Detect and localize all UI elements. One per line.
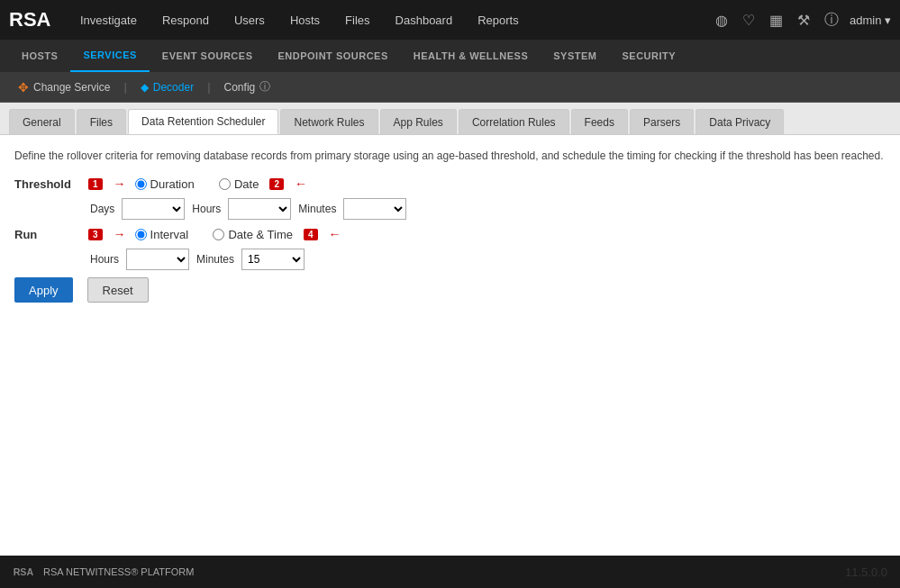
hours-select[interactable]: [228, 198, 291, 220]
tab-app-rules[interactable]: App Rules: [380, 109, 457, 134]
content-area: Define the rollover criteria for removin…: [0, 135, 900, 588]
date-radio[interactable]: [219, 178, 231, 190]
date-badge: 2: [269, 178, 284, 190]
reset-button[interactable]: Reset: [87, 277, 149, 303]
secondary-nav-security[interactable]: SECURITY: [609, 40, 688, 72]
date-arrow: ←: [295, 176, 307, 191]
tab-general[interactable]: General: [9, 109, 75, 134]
run-arrow: →: [114, 227, 126, 241]
nav-files[interactable]: Files: [332, 0, 382, 40]
days-spinner: [122, 198, 185, 220]
secondary-nav-endpoint-sources[interactable]: ENDPOINT SOURCES: [265, 40, 400, 72]
footer-version: 11.5.0.0: [845, 565, 887, 579]
datetime-label: Date & Time: [228, 228, 293, 241]
duration-radio[interactable]: [135, 178, 147, 190]
top-nav-links: Investigate Respond Users Hosts Files Da…: [68, 0, 712, 40]
decoder-link[interactable]: ◆ Decoder: [132, 81, 203, 94]
tab-data-retention-scheduler[interactable]: Data Retention Scheduler: [128, 109, 278, 134]
top-nav: RSA Investigate Respond Users Hosts File…: [0, 0, 900, 40]
days-label: Days: [90, 203, 114, 215]
footer-brand: RSA RSA NETWITNESS® PLATFORM: [13, 565, 194, 579]
interval-label: Interval: [150, 228, 189, 241]
days-select[interactable]: [122, 198, 185, 220]
tab-feeds[interactable]: Feeds: [571, 109, 628, 134]
hours-run-select[interactable]: [126, 249, 189, 270]
service-bar: ✥ Change Service | ◆ Decoder | Config ⓘ: [0, 72, 900, 103]
threshold-badge: 1: [88, 178, 103, 190]
tab-parsers[interactable]: Parsers: [630, 109, 694, 134]
buttons-row: Apply Reset: [14, 277, 886, 303]
admin-menu[interactable]: admin ▾: [850, 14, 891, 27]
run-row: Run 3 → Interval Date & Time 4 ←: [14, 227, 886, 241]
duration-label: Duration: [150, 177, 195, 191]
change-service-label: Change Service: [33, 81, 110, 94]
tab-network-rules[interactable]: Network Rules: [280, 109, 377, 134]
rsa-logo: RSA: [9, 6, 54, 33]
nav-respond[interactable]: Respond: [150, 0, 222, 40]
footer-rsa-logo: RSA: [13, 565, 38, 579]
secondary-nav: HOSTS SERVICES EVENT SOURCES ENDPOINT SO…: [0, 40, 900, 72]
duration-fields-row: Days Hours Minutes: [90, 198, 886, 220]
change-service-button[interactable]: ✥ Change Service: [9, 80, 119, 95]
secondary-nav-hosts[interactable]: HOSTS: [9, 40, 70, 72]
decoder-label: Decoder: [153, 81, 194, 94]
tab-bar: General Files Data Retention Scheduler N…: [0, 103, 900, 135]
service-bar-divider-2: |: [203, 80, 214, 94]
config-info-icon: ⓘ: [259, 79, 270, 95]
minutes-run-label: Minutes: [196, 253, 234, 266]
hours-run-label: Hours: [90, 253, 119, 266]
secondary-nav-health-wellness[interactable]: HEALTH & WELLNESS: [401, 40, 541, 72]
datetime-radio[interactable]: [213, 229, 224, 240]
decoder-icon: ◆: [141, 81, 149, 94]
minutes-spinner: [343, 198, 406, 220]
run-fields-row: Hours Minutes 15 30 45 60: [90, 249, 886, 270]
service-bar-divider-1: |: [119, 80, 131, 94]
run-badge: 3: [88, 229, 103, 240]
page-wrapper: RSA Investigate Respond Users Hosts File…: [0, 0, 900, 588]
threshold-arrow: →: [114, 176, 126, 191]
interval-radio-option[interactable]: Interval: [135, 228, 189, 241]
minutes-run-select[interactable]: 15 30 45 60: [241, 249, 305, 270]
nav-hosts[interactable]: Hosts: [277, 0, 332, 40]
duration-radio-option[interactable]: Duration: [135, 177, 195, 191]
threshold-label: Threshold: [14, 177, 77, 191]
svg-text:RSA: RSA: [9, 8, 51, 31]
secondary-nav-event-sources[interactable]: EVENT SOURCES: [150, 40, 266, 72]
top-nav-right: ◍ ♡ ▦ ⚒ ⓘ admin ▾: [712, 7, 891, 33]
minutes-label: Minutes: [298, 203, 336, 215]
minutes-select[interactable]: [343, 198, 406, 220]
threshold-row: Threshold 1 → Duration Date 2 ←: [14, 176, 886, 191]
nav-reports[interactable]: Reports: [465, 0, 532, 40]
change-service-icon: ✥: [18, 80, 29, 95]
config-link[interactable]: Config ⓘ: [215, 79, 280, 95]
secondary-nav-system[interactable]: SYSTEM: [541, 40, 609, 72]
tab-correlation-rules[interactable]: Correlation Rules: [459, 109, 569, 134]
svg-text:RSA: RSA: [14, 566, 34, 577]
help-icon[interactable]: ⓘ: [821, 7, 842, 33]
datetime-badge: 4: [304, 229, 318, 240]
datetime-radio-option[interactable]: Date & Time: [213, 228, 293, 241]
nav-investigate[interactable]: Investigate: [68, 0, 150, 40]
date-radio-option[interactable]: Date: [219, 177, 259, 191]
nav-dashboard[interactable]: Dashboard: [383, 0, 466, 40]
datetime-arrow: ←: [329, 227, 341, 241]
bottom-bar: RSA RSA NETWITNESS® PLATFORM 11.5.0.0: [0, 556, 900, 588]
bell-icon[interactable]: ♡: [739, 8, 759, 32]
minutes-run-spinner: 15 30 45 60: [241, 249, 305, 270]
secondary-nav-services[interactable]: SERVICES: [70, 40, 149, 72]
hours-spinner: [228, 198, 291, 220]
grid-icon[interactable]: ▦: [766, 8, 786, 32]
nav-users[interactable]: Users: [222, 0, 277, 40]
tools-icon[interactable]: ⚒: [794, 8, 814, 32]
run-label: Run: [14, 228, 77, 241]
hours-run-spinner: [126, 249, 189, 270]
footer-brand-text: RSA NETWITNESS® PLATFORM: [43, 566, 194, 577]
apply-button[interactable]: Apply: [14, 277, 73, 303]
clock-icon[interactable]: ◍: [712, 8, 732, 32]
hours-label: Hours: [192, 203, 221, 215]
interval-radio[interactable]: [135, 229, 147, 240]
tab-data-privacy[interactable]: Data Privacy: [695, 109, 784, 134]
config-label: Config: [224, 81, 256, 94]
tab-files[interactable]: Files: [77, 109, 126, 134]
date-label: Date: [234, 177, 259, 191]
